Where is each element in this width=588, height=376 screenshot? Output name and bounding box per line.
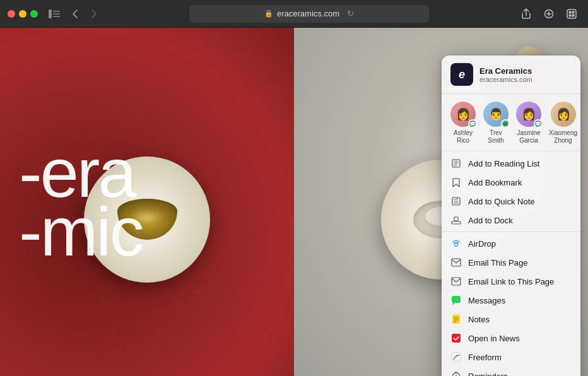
avatar-trev: 👨 📹 [483, 102, 509, 127]
add-quick-note-item[interactable]: Add to Quick Note [442, 192, 580, 211]
freeform-item[interactable]: Freeform [442, 348, 580, 367]
svg-point-22 [456, 355, 457, 356]
back-button[interactable] [68, 7, 82, 21]
svg-rect-1 [53, 11, 60, 12]
contact-name-ashley: AshleyRico [454, 129, 473, 144]
trev-badge: 📹 [501, 119, 510, 128]
svg-rect-20 [452, 334, 461, 343]
add-quick-note-label: Add to Quick Note [468, 197, 535, 206]
messages-icon [450, 295, 462, 306]
page-content: -era -mic e Era Ceramics eraceramics.com… [0, 28, 588, 376]
close-button[interactable] [8, 10, 15, 18]
email-page-icon [450, 257, 462, 268]
airdrop-icon [450, 238, 462, 249]
popup-header: e Era Ceramics eraceramics.com [442, 56, 580, 94]
contact-jasmine[interactable]: 👩 💬 JasmineGarcia [514, 100, 544, 146]
contact-name-xiaomeng: XiaomengZhong [549, 129, 577, 144]
svg-rect-7 [572, 11, 575, 13]
freeform-label: Freeform [468, 353, 502, 362]
contact-name-trev: TrevSmith [488, 129, 504, 144]
svg-rect-13 [452, 221, 461, 224]
toolbar-right [517, 5, 580, 23]
airdrop-item[interactable]: AirDrop [442, 234, 580, 253]
svg-rect-8 [569, 14, 572, 16]
add-bookmark-item[interactable]: Add Bookmark [442, 173, 580, 192]
url-text: eraceramics.com [277, 9, 339, 18]
svg-rect-17 [452, 278, 461, 285]
open-in-news-item[interactable]: Open in News [442, 329, 580, 348]
url-input[interactable]: 🔒 eraceramics.com ↻ [189, 5, 429, 23]
add-bookmark-label: Add Bookmark [468, 178, 522, 187]
lock-icon: 🔒 [264, 9, 273, 18]
freeform-icon [450, 351, 462, 363]
notes-item[interactable]: Notes [442, 310, 580, 329]
news-icon [450, 332, 462, 344]
bg-left-panel [0, 28, 294, 376]
svg-rect-19 [452, 315, 460, 324]
fullscreen-button[interactable] [30, 10, 38, 18]
contact-xiaomeng[interactable]: 👩 XiaomengZhong [546, 100, 580, 146]
svg-rect-14 [454, 217, 458, 221]
show-tabs-button[interactable] [563, 5, 580, 23]
reminders-icon [450, 370, 462, 376]
svg-rect-16 [452, 259, 461, 266]
open-in-news-label: Open in News [468, 334, 520, 343]
sidebar-toggle-button[interactable] [45, 8, 63, 20]
traffic-lights [8, 10, 38, 18]
quick-note-icon [450, 196, 462, 207]
email-link-item[interactable]: Email Link to This Page [442, 272, 580, 291]
svg-rect-6 [569, 11, 572, 13]
avatar-jasmine: 👩 💬 [516, 102, 541, 127]
add-reading-list-label: Add to Reading List [468, 159, 539, 168]
bowl [117, 199, 177, 240]
reminders-label: Reminders [468, 372, 508, 377]
contact-trev[interactable]: 👨 📹 TrevSmith [481, 100, 511, 146]
contact-ashley[interactable]: 👩 💬 AshleyRico [448, 100, 478, 146]
address-bar: 🔒 eraceramics.com ↻ [106, 5, 512, 23]
add-to-dock-item[interactable]: Add to Dock [442, 211, 580, 230]
site-icon-letter: e [459, 68, 465, 81]
site-url: eraceramics.com [479, 76, 532, 83]
dock-icon [450, 214, 462, 226]
toolbar-left [45, 7, 101, 21]
forward-button[interactable] [87, 7, 101, 21]
svg-rect-5 [567, 9, 576, 18]
svg-rect-3 [53, 16, 60, 17]
menu-items: Add to Reading List Add Bookmark Add to … [442, 151, 580, 376]
email-link-icon [450, 276, 462, 287]
contacts-row: 👩 💬 AshleyRico 👨 📹 TrevSmith 👩 💬 Jasmine… [442, 94, 580, 151]
plate-left [84, 156, 210, 283]
airdrop-label: AirDrop [468, 239, 496, 249]
svg-rect-0 [49, 9, 52, 18]
notes-icon [450, 314, 462, 325]
messages-item[interactable]: Messages [442, 291, 580, 310]
add-reading-list-item[interactable]: Add to Reading List [442, 154, 580, 173]
jasmine-badge: 💬 [534, 119, 543, 128]
messages-label: Messages [468, 296, 505, 305]
share-popup: e Era Ceramics eraceramics.com 👩 💬 Ashle… [442, 56, 580, 376]
new-tab-button[interactable] [540, 5, 558, 23]
browser-chrome: 🔒 eraceramics.com ↻ [0, 0, 588, 28]
contact-name-jasmine: JasmineGarcia [517, 129, 540, 144]
svg-rect-2 [53, 13, 60, 15]
bookmark-icon [450, 177, 462, 188]
share-button[interactable] [517, 5, 535, 23]
svg-rect-9 [572, 14, 575, 16]
email-link-label: Email Link to This Page [468, 277, 554, 286]
avatar-ashley: 👩 💬 [450, 102, 476, 127]
avatar-xiaomeng: 👩 [551, 102, 576, 127]
reload-button[interactable]: ↻ [347, 9, 354, 18]
reminders-item[interactable]: Reminders [442, 367, 580, 376]
email-page-label: Email This Page [468, 258, 527, 267]
site-name: Era Ceramics [479, 66, 532, 76]
svg-rect-21 [452, 353, 461, 361]
reading-list-icon [450, 158, 462, 169]
minimize-button[interactable] [19, 10, 26, 18]
email-page-item[interactable]: Email This Page [442, 253, 580, 272]
site-info: Era Ceramics eraceramics.com [479, 66, 532, 83]
site-icon-box: e [450, 63, 473, 86]
ashley-badge: 💬 [468, 119, 477, 128]
add-to-dock-label: Add to Dock [468, 216, 513, 225]
notes-label: Notes [468, 315, 490, 324]
separator-1 [442, 232, 580, 232]
